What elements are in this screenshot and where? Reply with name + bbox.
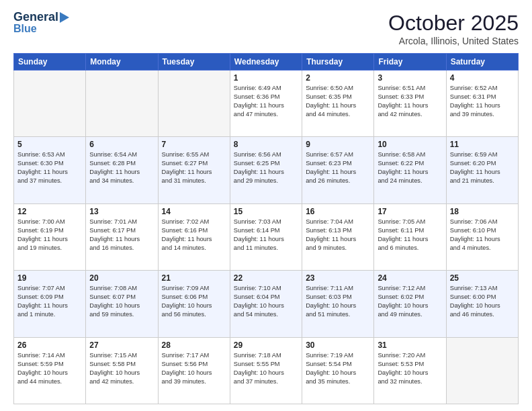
- day-number: 27: [89, 340, 154, 350]
- day-info: Sunrise: 6:57 AM Sunset: 6:23 PM Dayligh…: [306, 150, 370, 185]
- calendar-week-row: 26Sunrise: 7:14 AM Sunset: 5:59 PM Dayli…: [14, 337, 519, 404]
- day-number: 22: [234, 273, 298, 283]
- day-info: Sunrise: 7:19 AM Sunset: 5:54 PM Dayligh…: [306, 351, 370, 386]
- day-number: 25: [450, 273, 515, 283]
- day-number: 30: [306, 340, 370, 350]
- table-row: [446, 337, 518, 404]
- table-row: 2Sunrise: 6:50 AM Sunset: 6:35 PM Daylig…: [302, 71, 374, 137]
- day-info: Sunrise: 7:08 AM Sunset: 6:07 PM Dayligh…: [89, 284, 154, 319]
- table-row: 27Sunrise: 7:15 AM Sunset: 5:58 PM Dayli…: [86, 337, 158, 404]
- day-number: 26: [17, 340, 82, 350]
- table-row: 1Sunrise: 6:49 AM Sunset: 6:36 PM Daylig…: [230, 71, 302, 137]
- day-info: Sunrise: 6:53 AM Sunset: 6:30 PM Dayligh…: [17, 150, 82, 185]
- day-info: Sunrise: 7:14 AM Sunset: 5:59 PM Dayligh…: [17, 351, 82, 386]
- table-row: [86, 71, 158, 137]
- day-info: Sunrise: 6:50 AM Sunset: 6:35 PM Dayligh…: [306, 84, 370, 119]
- day-number: 21: [162, 273, 226, 283]
- day-info: Sunrise: 7:00 AM Sunset: 6:19 PM Dayligh…: [17, 218, 82, 253]
- table-row: 14Sunrise: 7:02 AM Sunset: 6:16 PM Dayli…: [158, 203, 230, 270]
- day-info: Sunrise: 7:07 AM Sunset: 6:09 PM Dayligh…: [17, 284, 82, 319]
- day-number: 31: [378, 340, 442, 350]
- table-row: 13Sunrise: 7:01 AM Sunset: 6:17 PM Dayli…: [86, 203, 158, 270]
- table-row: 4Sunrise: 6:52 AM Sunset: 6:31 PM Daylig…: [446, 71, 518, 137]
- day-number: 29: [234, 340, 298, 350]
- calendar-week-row: 1Sunrise: 6:49 AM Sunset: 6:36 PM Daylig…: [14, 71, 519, 137]
- day-info: Sunrise: 7:18 AM Sunset: 5:55 PM Dayligh…: [234, 351, 298, 386]
- col-header-wednesday: Wednesday: [230, 54, 302, 71]
- table-row: 26Sunrise: 7:14 AM Sunset: 5:59 PM Dayli…: [14, 337, 86, 404]
- day-number: 16: [306, 207, 370, 216]
- day-info: Sunrise: 7:13 AM Sunset: 6:00 PM Dayligh…: [450, 284, 515, 319]
- day-number: 13: [89, 207, 154, 216]
- day-number: 12: [17, 207, 82, 216]
- table-row: 10Sunrise: 6:58 AM Sunset: 6:22 PM Dayli…: [374, 137, 446, 203]
- day-number: 8: [234, 140, 298, 149]
- day-info: Sunrise: 7:09 AM Sunset: 6:06 PM Dayligh…: [162, 284, 226, 319]
- day-number: 10: [378, 140, 442, 149]
- day-number: 24: [378, 273, 442, 283]
- calendar-week-row: 19Sunrise: 7:07 AM Sunset: 6:09 PM Dayli…: [14, 271, 519, 337]
- col-header-saturday: Saturday: [446, 54, 518, 71]
- table-row: 5Sunrise: 6:53 AM Sunset: 6:30 PM Daylig…: [14, 137, 86, 203]
- day-number: 18: [450, 207, 515, 216]
- table-row: 22Sunrise: 7:10 AM Sunset: 6:04 PM Dayli…: [230, 271, 302, 337]
- day-info: Sunrise: 7:04 AM Sunset: 6:13 PM Dayligh…: [306, 218, 370, 253]
- day-info: Sunrise: 6:58 AM Sunset: 6:22 PM Dayligh…: [378, 150, 442, 185]
- table-row: 29Sunrise: 7:18 AM Sunset: 5:55 PM Dayli…: [230, 337, 302, 404]
- logo-arrow-icon: [60, 12, 69, 23]
- table-row: 6Sunrise: 6:54 AM Sunset: 6:28 PM Daylig…: [86, 137, 158, 203]
- day-info: Sunrise: 6:59 AM Sunset: 6:20 PM Dayligh…: [450, 150, 515, 185]
- day-info: Sunrise: 6:55 AM Sunset: 6:27 PM Dayligh…: [162, 150, 226, 185]
- table-row: 3Sunrise: 6:51 AM Sunset: 6:33 PM Daylig…: [374, 71, 446, 137]
- day-number: 2: [306, 73, 370, 83]
- day-number: 28: [162, 340, 226, 350]
- day-number: 3: [378, 73, 442, 83]
- table-row: 28Sunrise: 7:17 AM Sunset: 5:56 PM Dayli…: [158, 337, 230, 404]
- calendar-header-row: Sunday Monday Tuesday Wednesday Thursday…: [14, 54, 519, 71]
- day-number: 14: [162, 207, 226, 216]
- table-row: 25Sunrise: 7:13 AM Sunset: 6:00 PM Dayli…: [446, 271, 518, 337]
- table-row: 19Sunrise: 7:07 AM Sunset: 6:09 PM Dayli…: [14, 271, 86, 337]
- col-header-thursday: Thursday: [302, 54, 374, 71]
- day-info: Sunrise: 7:05 AM Sunset: 6:11 PM Dayligh…: [378, 218, 442, 253]
- day-number: 4: [450, 73, 515, 83]
- title-block: October 2025 Arcola, Illinois, United St…: [388, 11, 519, 46]
- col-header-monday: Monday: [86, 54, 158, 71]
- table-row: 8Sunrise: 6:56 AM Sunset: 6:25 PM Daylig…: [230, 137, 302, 203]
- day-info: Sunrise: 7:11 AM Sunset: 6:03 PM Dayligh…: [306, 284, 370, 319]
- day-number: 1: [234, 73, 298, 83]
- month-title: October 2025: [388, 11, 519, 36]
- col-header-tuesday: Tuesday: [158, 54, 230, 71]
- day-info: Sunrise: 7:06 AM Sunset: 6:10 PM Dayligh…: [450, 218, 515, 253]
- day-info: Sunrise: 7:10 AM Sunset: 6:04 PM Dayligh…: [234, 284, 298, 319]
- table-row: 7Sunrise: 6:55 AM Sunset: 6:27 PM Daylig…: [158, 137, 230, 203]
- day-number: 20: [89, 273, 154, 283]
- table-row: 24Sunrise: 7:12 AM Sunset: 6:02 PM Dayli…: [374, 271, 446, 337]
- day-info: Sunrise: 6:52 AM Sunset: 6:31 PM Dayligh…: [450, 84, 515, 119]
- day-number: 9: [306, 140, 370, 149]
- day-info: Sunrise: 6:56 AM Sunset: 6:25 PM Dayligh…: [234, 150, 298, 185]
- location-subtitle: Arcola, Illinois, United States: [388, 36, 519, 46]
- day-number: 15: [234, 207, 298, 216]
- calendar-week-row: 12Sunrise: 7:00 AM Sunset: 6:19 PM Dayli…: [14, 203, 519, 270]
- day-info: Sunrise: 7:17 AM Sunset: 5:56 PM Dayligh…: [162, 351, 226, 386]
- table-row: 9Sunrise: 6:57 AM Sunset: 6:23 PM Daylig…: [302, 137, 374, 203]
- logo: General Blue: [13, 11, 69, 34]
- table-row: 17Sunrise: 7:05 AM Sunset: 6:11 PM Dayli…: [374, 203, 446, 270]
- table-row: 30Sunrise: 7:19 AM Sunset: 5:54 PM Dayli…: [302, 337, 374, 404]
- page: General Blue October 2025 Arcola, Illino…: [0, 0, 532, 411]
- table-row: 12Sunrise: 7:00 AM Sunset: 6:19 PM Dayli…: [14, 203, 86, 270]
- day-info: Sunrise: 7:20 AM Sunset: 5:53 PM Dayligh…: [378, 351, 442, 386]
- header: General Blue October 2025 Arcola, Illino…: [13, 11, 519, 46]
- day-number: 19: [17, 273, 82, 283]
- day-number: 17: [378, 207, 442, 216]
- calendar-table: Sunday Monday Tuesday Wednesday Thursday…: [13, 53, 519, 404]
- day-info: Sunrise: 7:15 AM Sunset: 5:58 PM Dayligh…: [89, 351, 154, 386]
- table-row: 21Sunrise: 7:09 AM Sunset: 6:06 PM Dayli…: [158, 271, 230, 337]
- day-number: 11: [450, 140, 515, 149]
- day-info: Sunrise: 6:51 AM Sunset: 6:33 PM Dayligh…: [378, 84, 442, 119]
- table-row: 23Sunrise: 7:11 AM Sunset: 6:03 PM Dayli…: [302, 271, 374, 337]
- day-number: 23: [306, 273, 370, 283]
- day-info: Sunrise: 7:12 AM Sunset: 6:02 PM Dayligh…: [378, 284, 442, 319]
- day-info: Sunrise: 6:54 AM Sunset: 6:28 PM Dayligh…: [89, 150, 154, 185]
